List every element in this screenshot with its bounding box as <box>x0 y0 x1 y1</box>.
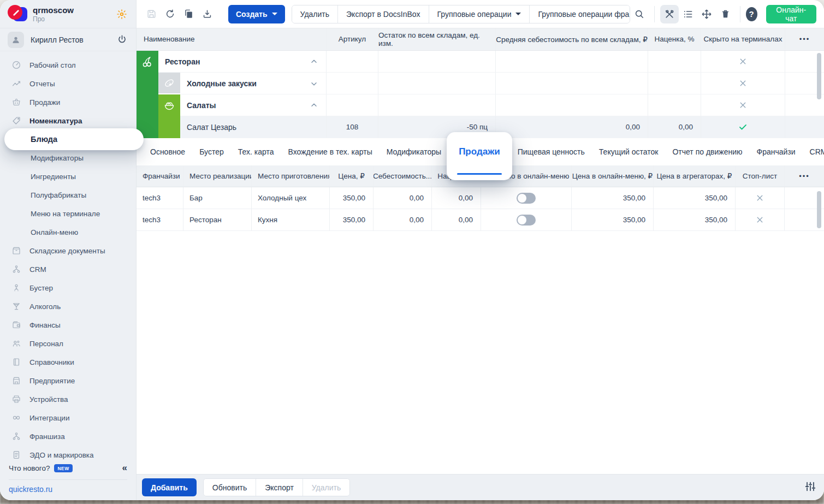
sidebar-item-alcohol[interactable]: Алкоголь <box>0 297 136 316</box>
tools-icon[interactable] <box>660 5 679 23</box>
org-chart-icon <box>11 264 22 275</box>
sales-row-restoran[interactable]: tech3 Ресторан Кухня 350,00 0,00 0,00 35… <box>137 209 824 231</box>
column-header-markup: Наценка, % <box>648 28 701 50</box>
column-filter-sliders-icon[interactable] <box>804 481 816 493</box>
column-settings-icon[interactable]: ••• <box>799 35 810 43</box>
sales-row-bar[interactable]: tech3 Бар Холодный цех 350,00 0,00 0,00 … <box>137 187 824 209</box>
save-icon[interactable] <box>142 5 161 23</box>
table-row-restoran[interactable]: Ресторан <box>137 51 824 73</box>
tab-osnovnoe[interactable]: Основное <box>150 147 185 156</box>
new-badge: NEW <box>54 464 72 472</box>
x-mark-icon <box>755 215 764 224</box>
dashboard-icon <box>11 60 22 70</box>
refresh-icon[interactable] <box>161 5 179 23</box>
move-icon[interactable] <box>697 5 716 23</box>
column-header-franchise: Франчайзи <box>137 165 183 187</box>
whats-new-link[interactable]: Что нового? <box>9 464 50 472</box>
sidebar-item-semi-products[interactable]: Полуфабрикаты <box>0 186 136 204</box>
copy-icon[interactable] <box>179 5 198 23</box>
sidebar-item-sales[interactable]: Продажи <box>0 93 136 111</box>
chevron-up-icon[interactable] <box>310 101 318 110</box>
delete-row-button[interactable]: Удалить <box>303 479 349 496</box>
sidebar-item-staff[interactable]: Персонал <box>0 334 136 353</box>
salad-bowl-icon <box>163 99 176 112</box>
sidebar-item-ingredients[interactable]: Ингредиенты <box>0 167 136 186</box>
sidebar-item-reports[interactable]: Отчеты <box>0 74 136 93</box>
logout-power-icon[interactable] <box>117 34 127 45</box>
wallet-icon <box>11 319 22 330</box>
catalog-table: Наименование Артикул Остаток по всем скл… <box>137 28 824 138</box>
bottom-action-bar: Добавить Обновить Экспорт Удалить <box>137 474 824 500</box>
sidebar-item-crm[interactable]: CRM <box>0 260 136 278</box>
column-settings-icon[interactable]: ••• <box>799 172 810 180</box>
create-button[interactable]: Создать <box>228 5 285 23</box>
x-mark-icon <box>755 193 764 203</box>
sidebar-menu: Рабочий стол Отчеты Продажи Номенклатура… <box>0 51 136 464</box>
sidebar-item-warehouse-docs[interactable]: Складские документы <box>0 241 136 260</box>
infinity-icon <box>11 412 22 423</box>
tab-crm[interactable]: CRM <box>810 147 824 156</box>
sidebar-item-franchise[interactable]: Франшиза <box>0 427 136 446</box>
chevron-down-icon[interactable] <box>310 79 318 88</box>
online-chat-button[interactable]: Онлайн-чат <box>766 5 817 23</box>
scrollbar-thumb[interactable] <box>817 53 821 99</box>
column-header-stock: Остаток по всем складам, ед. изм. <box>378 28 495 50</box>
cucumber-icon <box>163 76 176 90</box>
avatar <box>8 32 24 48</box>
toolbar-button-group: Удалить Экспорт в DocsInBox Групповые оп… <box>292 5 631 23</box>
cherry-icon <box>140 55 155 69</box>
booster-icon <box>11 282 22 293</box>
tab-pischevaya-cennost[interactable]: Пищевая ценность <box>518 147 585 156</box>
help-icon[interactable]: ? <box>746 7 757 21</box>
export-button[interactable]: Экспорт <box>256 479 303 496</box>
tab-prodazhi[interactable]: Продажи <box>459 146 500 157</box>
add-button[interactable]: Добавить <box>142 478 197 496</box>
sidebar-item-terminal-menu[interactable]: Меню на терминале <box>0 204 136 223</box>
column-header-sale-place: Место реализации <box>183 165 251 187</box>
tab-tekuschiy-ostatok[interactable]: Текущий остаток <box>599 147 659 156</box>
sidebar-item-devices[interactable]: Устройства <box>0 390 136 408</box>
sidebar-item-dashboard[interactable]: Рабочий стол <box>0 56 136 74</box>
sidebar-item-online-menu[interactable]: Онлайн-меню <box>0 223 136 241</box>
row-name: Салат Цезарь <box>187 123 236 132</box>
chevron-down-icon <box>272 13 277 15</box>
sidebar-item-booster[interactable]: Бустер <box>0 278 136 297</box>
online-menu-toggle[interactable] <box>517 215 536 226</box>
online-menu-toggle[interactable] <box>517 193 536 204</box>
list-view-icon[interactable] <box>679 5 697 23</box>
trash-icon[interactable] <box>716 5 734 23</box>
sidebar-item-enterprise[interactable]: Предприятие <box>0 371 136 390</box>
x-mark-icon <box>738 79 748 88</box>
delete-button[interactable]: Удалить <box>292 5 338 23</box>
sidebar-item-finance[interactable]: Финансы <box>0 316 136 334</box>
table-row-salaty[interactable]: Салаты <box>137 94 824 116</box>
tab-buster[interactable]: Бустер <box>199 147 224 156</box>
tab-modifikatory[interactable]: Модификаторы <box>387 147 441 156</box>
search-icon[interactable] <box>630 5 649 23</box>
column-header-stop-list: Стоп-лист <box>735 165 784 187</box>
tab-otchet-po-dvizheniyu[interactable]: Отчет по движению <box>672 147 742 156</box>
export-docsinbox-button[interactable]: Экспорт в DocsInBox <box>338 5 429 23</box>
site-link[interactable]: quickresto.ru <box>9 485 127 494</box>
table-row-holodnye-zakuski[interactable]: Холодные закуски <box>137 73 824 94</box>
chevron-up-icon[interactable] <box>310 57 318 66</box>
sidebar-item-integrations[interactable]: Интеграции <box>0 408 136 427</box>
collapse-sidebar-icon[interactable]: « <box>122 463 127 473</box>
group-operations-franchise-button[interactable]: Групповые операции франчайзи <box>530 5 630 23</box>
sidebar-item-nomenclature[interactable]: Номенклатура <box>0 111 136 130</box>
tab-vhozhdenie[interactable]: Вхождение в тех. карты <box>288 147 372 156</box>
tab-franchayzi[interactable]: Франчайзи <box>757 147 796 156</box>
download-icon[interactable] <box>198 5 216 23</box>
tag-icon <box>11 115 22 126</box>
column-header-online-price: Цена в онлайн-меню, ₽ <box>571 165 653 187</box>
reports-icon <box>11 78 22 89</box>
tab-teh-karta[interactable]: Тех. карта <box>238 147 274 156</box>
refresh-button[interactable]: Обновить <box>204 479 256 496</box>
martini-icon <box>11 301 22 312</box>
sidebar-item-modifiers[interactable]: Модификаторы <box>0 149 136 167</box>
theme-sun-icon[interactable] <box>116 9 127 20</box>
scrollbar-thumb[interactable] <box>817 191 821 228</box>
sidebar-item-dishes[interactable]: Блюда <box>0 130 136 149</box>
sidebar-item-directories[interactable]: Справочники <box>0 353 136 371</box>
group-operations-button[interactable]: Групповые операции <box>429 5 530 23</box>
